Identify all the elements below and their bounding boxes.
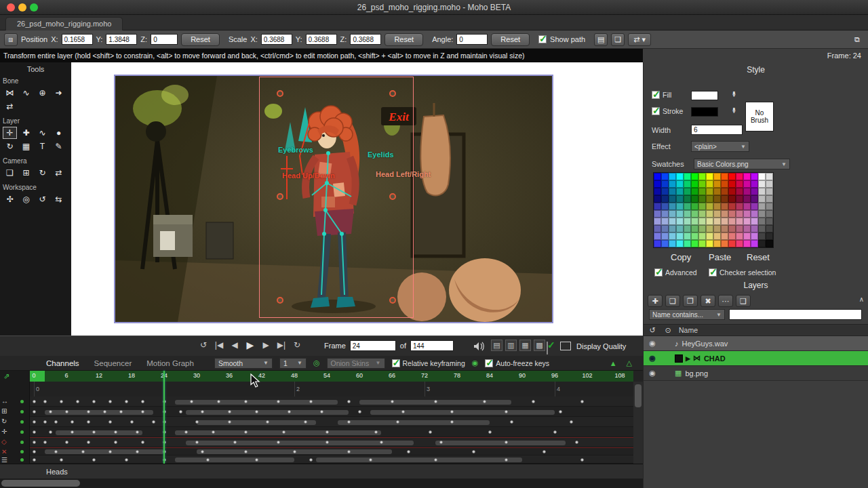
cycle-icon[interactable]: ◎ bbox=[313, 359, 320, 367]
jump-end-button[interactable]: ▶| bbox=[276, 340, 287, 350]
swatches-select[interactable]: Basic Colors.png▼ bbox=[694, 159, 790, 169]
layer-visibility-icon[interactable]: ◉ bbox=[644, 354, 661, 363]
color-swatch[interactable] bbox=[721, 210, 728, 218]
keyframe-dot[interactable] bbox=[212, 430, 215, 434]
keyframe-dot[interactable] bbox=[54, 420, 58, 424]
color-swatch[interactable] bbox=[758, 195, 766, 203]
keyframe-dot[interactable] bbox=[54, 450, 58, 453]
color-swatch[interactable] bbox=[758, 218, 766, 225]
keyframe-dot[interactable] bbox=[233, 441, 237, 444]
keyframe-dot[interactable] bbox=[320, 410, 323, 413]
keyframe-dot[interactable] bbox=[288, 410, 291, 413]
color-swatch[interactable] bbox=[676, 180, 684, 188]
keyframe-dot[interactable] bbox=[87, 441, 90, 444]
color-swatch[interactable] bbox=[721, 218, 728, 225]
color-swatch[interactable] bbox=[691, 188, 698, 195]
color-swatch[interactable] bbox=[728, 173, 736, 180]
rig-control-label[interactable]: Head Left/Right bbox=[376, 170, 431, 178]
roll-camera-tool[interactable]: ↻ bbox=[35, 167, 50, 179]
selection-handle[interactable] bbox=[277, 297, 283, 304]
audio-icon[interactable] bbox=[473, 342, 486, 351]
keyframe-dot[interactable] bbox=[255, 410, 258, 413]
rig-control-label[interactable]: Eyebrows bbox=[278, 146, 313, 154]
color-swatch[interactable] bbox=[669, 210, 676, 218]
layer-color-chip[interactable] bbox=[675, 354, 683, 363]
stroke-eyedropper-icon[interactable]: ✒ bbox=[729, 107, 738, 114]
color-swatch[interactable] bbox=[766, 195, 773, 203]
channel-enabled-dot[interactable] bbox=[20, 430, 24, 434]
keyframe-dot[interactable] bbox=[380, 441, 383, 444]
color-swatch[interactable] bbox=[684, 240, 691, 247]
flip-horizontal-icon[interactable]: ▤ bbox=[594, 33, 608, 46]
color-swatch[interactable] bbox=[669, 173, 676, 180]
keyframe-dot[interactable] bbox=[244, 450, 248, 453]
auto-freeze-checkbox[interactable] bbox=[485, 359, 493, 367]
keyframe-dot[interactable] bbox=[87, 410, 90, 413]
translate-channel-icon[interactable]: ↔ bbox=[1, 397, 8, 405]
color-swatch[interactable] bbox=[743, 218, 751, 225]
keyframe-dot[interactable] bbox=[125, 400, 128, 403]
color-swatch[interactable] bbox=[676, 210, 684, 218]
color-swatch[interactable] bbox=[728, 188, 736, 195]
keyframe-dot[interactable] bbox=[369, 458, 372, 462]
position-y-input[interactable] bbox=[106, 34, 137, 45]
advanced-checkbox[interactable] bbox=[654, 268, 663, 277]
color-swatch[interactable] bbox=[736, 188, 743, 195]
color-swatch[interactable] bbox=[751, 225, 758, 232]
quality-full-button[interactable]: ▩ bbox=[534, 340, 545, 351]
keyframe-dot[interactable] bbox=[434, 400, 437, 403]
keyframe-dot[interactable] bbox=[282, 430, 285, 434]
keyframe-dot[interactable] bbox=[347, 400, 351, 403]
stroke-width-input[interactable] bbox=[691, 125, 743, 135]
color-swatch[interactable] bbox=[736, 210, 743, 218]
color-swatch[interactable] bbox=[706, 240, 713, 247]
timeline-zoom-in-icon[interactable]: ▲ bbox=[610, 359, 617, 367]
keyframe-dot[interactable] bbox=[33, 441, 36, 444]
duplicate-layer-button[interactable]: ❐ bbox=[683, 295, 698, 307]
keyframe-dot[interactable] bbox=[488, 430, 492, 434]
tab-sequencer[interactable]: Sequencer bbox=[90, 358, 136, 369]
keyframe-dot[interactable] bbox=[33, 458, 36, 462]
next-frame-button[interactable]: ▶ bbox=[260, 340, 271, 350]
color-swatch[interactable] bbox=[654, 232, 661, 240]
color-swatch[interactable] bbox=[713, 225, 721, 232]
keyframe-dot[interactable] bbox=[277, 441, 280, 444]
reparent-bone-tool[interactable]: ➜ bbox=[52, 87, 66, 99]
orbit-workspace-tool[interactable]: ⇆ bbox=[52, 193, 66, 205]
zoom-camera-tool[interactable]: ⊞ bbox=[19, 167, 33, 179]
color-swatch[interactable] bbox=[751, 240, 758, 247]
keyframe-dot[interactable] bbox=[266, 420, 269, 424]
keyframe-dot[interactable] bbox=[472, 450, 475, 453]
color-swatch[interactable] bbox=[766, 225, 773, 232]
layer-row-chad[interactable]: ◉▶⋈CHAD bbox=[644, 351, 868, 366]
color-swatch[interactable] bbox=[766, 180, 773, 188]
pan-tilt-camera-tool[interactable]: ⇄ bbox=[52, 167, 66, 179]
keyframe-dot[interactable] bbox=[244, 400, 248, 403]
keyframe-dot[interactable] bbox=[277, 400, 280, 403]
layer-row-bg-png[interactable]: ◉▦bg.png bbox=[644, 366, 868, 381]
zoom-workspace-tool[interactable]: ◎ bbox=[19, 193, 33, 205]
color-swatch[interactable] bbox=[713, 218, 721, 225]
position-reset-button[interactable]: Reset bbox=[181, 33, 220, 46]
color-swatch[interactable] bbox=[728, 218, 736, 225]
color-swatch[interactable] bbox=[684, 188, 691, 195]
fill-color-swatch[interactable] bbox=[691, 91, 718, 100]
keyframe-dot[interactable] bbox=[33, 400, 36, 403]
translate-bone-tool[interactable]: ∿ bbox=[19, 87, 33, 99]
keyframe-dot[interactable] bbox=[60, 458, 63, 462]
color-swatch[interactable] bbox=[691, 195, 698, 203]
keyframe-dot[interactable] bbox=[136, 430, 139, 434]
keyframe-dot[interactable] bbox=[309, 458, 313, 462]
rotate-channel-icon[interactable]: ↻ bbox=[1, 418, 7, 425]
color-swatch[interactable] bbox=[676, 240, 684, 247]
position-x-input[interactable] bbox=[62, 34, 93, 45]
color-swatch[interactable] bbox=[676, 203, 684, 210]
keyframe-range-bar[interactable] bbox=[197, 420, 316, 425]
channel-enabled-dot[interactable] bbox=[20, 410, 24, 413]
color-swatch[interactable] bbox=[706, 210, 713, 218]
keyframe-dot[interactable] bbox=[108, 400, 112, 403]
keyframe-dot[interactable] bbox=[326, 430, 329, 434]
color-swatch[interactable] bbox=[654, 218, 661, 225]
layer-filter-select[interactable]: Name contains...▼ bbox=[649, 309, 725, 320]
step-select[interactable]: 1▼ bbox=[279, 358, 307, 369]
